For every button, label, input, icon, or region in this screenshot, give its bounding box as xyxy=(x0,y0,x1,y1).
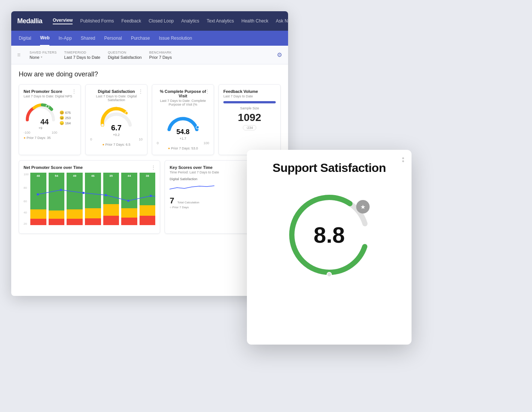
cpv-delta: +1.7 xyxy=(180,137,186,140)
bar-1: 48 xyxy=(30,173,46,225)
filter-icon: ☰ xyxy=(17,53,21,57)
ds-subtitle: Last 7 Days to Date: Digital Satisfactio… xyxy=(90,94,143,102)
filter-settings-icon[interactable]: ⚙ xyxy=(277,51,282,58)
nav-item-published-forms[interactable]: Published Forms xyxy=(80,18,114,24)
cpv-range: 0 100 xyxy=(157,141,209,145)
fv-value: 1092 xyxy=(223,112,276,124)
filter-timeperiod: Timeperiod Last 7 Days to Date xyxy=(64,51,101,60)
cpv-title: % Complete Purpose of Visit xyxy=(157,89,209,98)
cpv-benchmark: ● Prior 7 Days: 53.0 xyxy=(168,146,198,150)
ds-value: 6.7 xyxy=(111,124,122,132)
top-nav: Medallia Overview Published Forms Feedba… xyxy=(11,11,288,31)
nps-range: -100 100 xyxy=(24,131,57,134)
filter-saved: Saved Filters None ▾ xyxy=(30,51,57,60)
filter-bar: ☰ Saved Filters None ▾ Timeperiod Last 7… xyxy=(11,46,288,64)
timeperiod-label: Timeperiod xyxy=(64,51,101,54)
main-content: How are we doing overall? Net Promoter S… xyxy=(11,64,288,296)
ks-value: 7 xyxy=(169,196,174,205)
support-menu[interactable] xyxy=(402,157,404,162)
svg-point-0 xyxy=(46,105,49,108)
nav-item-health-check[interactable]: Health Check xyxy=(241,18,268,24)
nav-item-ask-now[interactable]: Ask Now xyxy=(276,18,288,24)
cpv-menu[interactable]: ⋮ xyxy=(205,88,210,94)
nps-chart-title: Net Promoter Score over Time xyxy=(24,165,155,170)
nps-value: 44 xyxy=(40,118,49,125)
ds-range: 0 10 xyxy=(90,137,143,141)
y-label-100: 100 xyxy=(24,173,28,176)
fv-title: Feedback Volume xyxy=(223,89,276,94)
subnav-personal[interactable]: Personal xyxy=(104,31,122,46)
bar-7: 38 xyxy=(140,173,156,225)
nps-menu[interactable]: ⋮ xyxy=(71,88,77,94)
nav-item-overview[interactable]: Overview xyxy=(53,18,73,24)
subnav-inapp[interactable]: In-App xyxy=(58,31,71,46)
saved-filters-label: Saved Filters xyxy=(30,51,57,54)
cpv-value: 54.8 xyxy=(176,128,189,136)
timeperiod-value[interactable]: Last 7 Days to Date xyxy=(64,55,101,60)
nav-item-text-analytics[interactable]: Text Analytics xyxy=(207,18,234,24)
cards-row: Net Promoter Score Last 7 Days to Date: … xyxy=(19,84,281,155)
bar-3: 49 xyxy=(67,173,83,225)
fv-delta: -234 xyxy=(243,125,256,130)
svg-point-3 xyxy=(196,126,199,129)
ds-title: Digital Satisfaction xyxy=(90,89,143,94)
cpv-subtitle: Last 7 Days to Date: Complete Purpose of… xyxy=(157,99,209,106)
benchmark-label: Benchmark xyxy=(149,51,172,54)
bar-4: 46 xyxy=(85,173,101,225)
subnav-purchase[interactable]: Purchase xyxy=(131,31,150,46)
svg-point-2 xyxy=(101,124,104,126)
bottom-row: Net Promoter Score over Time ⋮ 100 80 60… xyxy=(19,160,281,234)
fv-subtitle: Last 7 Days to Date xyxy=(223,94,276,98)
nps-passives: 😐253 xyxy=(59,116,71,120)
y-label-40: 40 xyxy=(24,211,27,214)
nav-item-feedback[interactable]: Feedback xyxy=(121,18,141,24)
question-label: Question xyxy=(108,51,142,54)
main-window: Medallia Overview Published Forms Feedba… xyxy=(11,11,288,296)
ds-benchmark: ● Prior 7 Days: 6.5 xyxy=(103,143,131,146)
svg-text:★: ★ xyxy=(360,204,366,210)
page-title: How are we doing overall? xyxy=(19,70,281,78)
nps-detractors: 😞164 xyxy=(59,121,71,125)
menu-dot-2 xyxy=(402,160,404,162)
menu-dot-1 xyxy=(402,157,404,159)
circle-icon: ○ xyxy=(169,206,171,209)
nps-chart-card: Net Promoter Score over Time ⋮ 100 80 60… xyxy=(19,160,160,234)
saved-filters-value[interactable]: None ▾ xyxy=(30,55,57,60)
cpv-card: % Complete Purpose of Visit Last 7 Days … xyxy=(152,84,214,155)
nps-stats: 😊675 😐253 😞164 xyxy=(59,110,71,125)
filter-question: Question Digital Satisfaction xyxy=(108,51,142,60)
chevron-down-icon: ▾ xyxy=(41,55,42,59)
cpv-inner: 54.8 +1.7 0 100 ● Prior 7 Days: 53.0 xyxy=(157,109,209,150)
nps-chart-menu[interactable]: ⋮ xyxy=(151,164,156,170)
support-gauge: ★ 8.8 xyxy=(281,186,378,284)
subnav-digital[interactable]: Digital xyxy=(19,31,31,46)
y-label-80: 80 xyxy=(24,186,27,190)
ks-sparkline xyxy=(169,182,214,191)
subnav-shared[interactable]: Shared xyxy=(81,31,95,46)
fv-bar xyxy=(223,101,276,103)
nps-card: Net Promoter Score Last 7 Days to Date: … xyxy=(19,84,81,155)
support-value: 8.8 xyxy=(314,222,345,248)
support-title: Support Satisfaction xyxy=(273,161,386,175)
y-label-20: 20 xyxy=(24,222,27,225)
fv-sample-label: Sample Size xyxy=(223,106,276,110)
bar-2: 54 xyxy=(49,173,65,225)
ds-menu[interactable]: ⋮ xyxy=(138,88,143,94)
ds-inner: 6.7 +0.2 0 10 ● Prior 7 Days: 6.5 xyxy=(90,105,143,146)
y-label-60: 60 xyxy=(24,200,27,203)
question-value[interactable]: Digital Satisfaction xyxy=(108,55,142,60)
nps-benchmark: ● Prior 7 Days: 35 xyxy=(24,136,76,140)
benchmark-value[interactable]: Prior 7 Days xyxy=(149,55,172,60)
fv-card: Feedback Volume Last 7 Days to Date Samp… xyxy=(218,84,281,155)
nav-item-analytics[interactable]: Analytics xyxy=(181,18,199,24)
svg-point-1 xyxy=(125,112,128,115)
logo: Medallia xyxy=(17,17,42,25)
svg-point-6 xyxy=(82,192,85,194)
bar-chart: 48 54 xyxy=(30,173,155,225)
nav-item-closed-loop[interactable]: Closed Loop xyxy=(149,18,174,24)
subnav-issue-resolution[interactable]: Issue Resolution xyxy=(159,31,192,46)
ds-card: Digital Satisfaction Last 7 Days to Date… xyxy=(85,84,147,155)
subnav-web[interactable]: Web xyxy=(40,31,49,46)
svg-point-15 xyxy=(327,272,331,277)
nps-subtitle: Last 7 Days to Date: Digital NPS xyxy=(24,94,76,98)
